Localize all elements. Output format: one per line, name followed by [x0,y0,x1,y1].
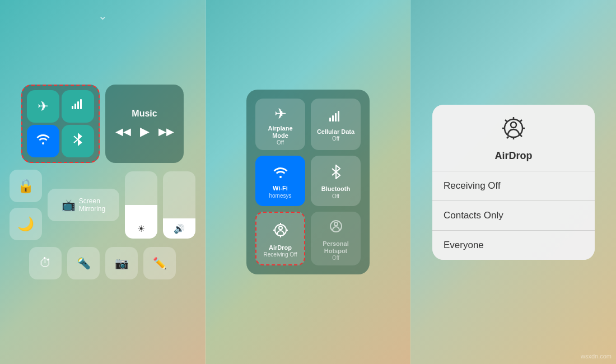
svg-point-11 [279,226,282,230]
airplane-mode-label: Airplane Mode [260,125,301,139]
right-panel: AirDrop Receiving Off Contacts Only Ever… [411,0,616,364]
rotation-lock-button[interactable]: 🔒 [10,170,42,202]
svg-rect-0 [72,106,73,109]
svg-rect-2 [77,101,79,109]
airplane-mode-cell[interactable]: ✈ Airplane Mode Off [255,99,305,150]
airdrop-header-icon [501,116,526,146]
airplane-mode-sub: Off [277,139,284,146]
connectivity-tile[interactable]: ✈ [21,85,100,163]
airdrop-menu-title: AirDrop [495,150,533,162]
rotation-lock-icon: 🔒 [17,178,34,194]
wifi-cell-icon [273,165,288,183]
airplane-mode-icon: ✈ [274,105,287,123]
timer-button[interactable]: ⏱ [29,247,62,279]
airdrop-header: AirDrop [432,105,595,171]
brightness-slider[interactable]: ☀ [125,171,157,239]
wifi-cell-label: Wi-Fi [273,185,288,192]
do-not-disturb-button[interactable]: 🌙 [10,208,42,240]
hotspot-cell-sub: Off [332,255,339,261]
svg-rect-6 [329,118,331,122]
bluetooth-cell[interactable]: Bluetooth Off [311,156,361,206]
left-content: ✈ [10,85,195,279]
airdrop-cell-icon [273,222,288,242]
bluetooth-cell-sub: Off [332,193,339,199]
hotspot-cell-icon [328,218,344,238]
chevron-down-icon: ⌄ [98,9,108,22]
bluetooth-cell-label: Bluetooth [321,185,350,193]
cellular-data-sub: Off [332,136,339,142]
bluetooth-button[interactable] [62,125,94,157]
cellular-data-icon [329,109,343,126]
play-button[interactable]: ▶ [140,124,150,139]
camera-button[interactable]: 📷 [105,247,138,279]
brightness-icon: ☀ [137,223,145,234]
airdrop-cell-sub: Receiving Off [264,251,297,258]
moon-icon: 🌙 [17,216,34,232]
volume-icon: 🔊 [174,223,185,234]
wifi-button[interactable] [27,125,59,157]
volume-slider[interactable]: 🔊 [163,171,195,239]
airdrop-cell[interactable]: AirDrop Receiving Off [255,212,305,265]
watermark: wsxdn.com [581,353,612,360]
svg-rect-3 [80,99,82,109]
cellular-button[interactable] [62,90,94,123]
contacts-only-option[interactable]: Contacts Only [432,201,595,230]
bottom-icons-row: ⏱ 🔦 📷 ✏️ [29,247,176,279]
music-tile[interactable]: Music ◀◀ ▶ ▶▶ [105,85,184,163]
hotspot-cell-label: Personal Hotspot [315,240,356,255]
svg-rect-8 [335,113,337,122]
camera-icon: 📷 [115,256,129,270]
wifi-icon [36,133,50,149]
cellular-icon [71,98,85,115]
bluetooth-cell-icon [330,165,342,183]
airplane-icon: ✈ [38,99,49,114]
screen-mirroring-button[interactable]: 📺 ScreenMirroring [48,189,119,221]
bluetooth-icon [72,132,83,150]
airplane-mode-button[interactable]: ✈ [27,90,59,123]
hotspot-cell[interactable]: Personal Hotspot Off [311,212,361,265]
cellular-data-label: Cellular Data [317,128,354,136]
flashlight-button[interactable]: 🔦 [67,247,100,279]
screen-mirroring-label: ScreenMirroring [79,197,105,213]
middle-content: ✈ Airplane Mode Off Cellular Data Off [246,90,370,275]
wifi-cell[interactable]: Wi-Fi homesys [255,156,305,206]
screen-mirroring-icon: 📺 [62,198,76,212]
airdrop-menu: AirDrop Receiving Off Contacts Only Ever… [432,105,595,260]
svg-point-15 [511,122,516,128]
wifi-cell-sub: homesys [269,193,291,199]
flashlight-icon: 🔦 [77,256,91,270]
music-controls: ◀◀ ▶ ▶▶ [115,124,174,139]
edit-button[interactable]: ✏️ [143,247,176,279]
receiving-off-option[interactable]: Receiving Off [432,171,595,200]
control-center-grid: ✈ Airplane Mode Off Cellular Data Off [246,90,370,275]
prev-button[interactable]: ◀◀ [115,125,131,138]
edit-icon: ✏️ [153,256,167,270]
right-content: AirDrop Receiving Off Contacts Only Ever… [432,105,595,260]
airdrop-cell-label: AirDrop [269,244,292,251]
next-button[interactable]: ▶▶ [158,125,174,138]
svg-rect-1 [74,104,76,109]
svg-rect-9 [338,111,339,122]
left-panel: ✈ [0,0,205,364]
cellular-data-cell[interactable]: Cellular Data Off [311,99,361,150]
timer-icon: ⏱ [39,256,52,270]
svg-point-13 [334,222,338,226]
middle-panel: ✈ Airplane Mode Off Cellular Data Off [205,0,411,364]
everyone-option[interactable]: Everyone [432,231,595,260]
svg-rect-7 [332,115,334,122]
music-title: Music [132,109,157,119]
